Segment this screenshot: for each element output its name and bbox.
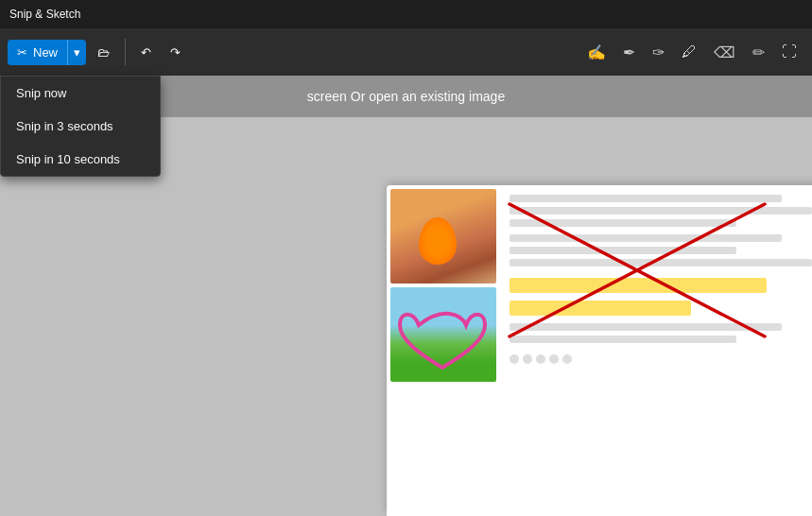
preview-thumbnails <box>387 185 500 516</box>
redo-icon: ↷ <box>170 45 181 60</box>
content-line-1 <box>510 195 782 202</box>
content-line-7 <box>510 323 782 331</box>
snip-now-item[interactable]: Snip now <box>1 77 160 110</box>
chevron-down-icon: ▾ <box>74 45 80 60</box>
undo-icon: ↶ <box>141 45 151 60</box>
content-line-3 <box>510 219 736 227</box>
crop-button[interactable]: ⛶ <box>774 38 804 66</box>
content-line-2 <box>510 207 812 215</box>
undo-button[interactable]: ↶ <box>133 40 159 65</box>
thumbnail-balloon <box>390 189 496 284</box>
redo-button[interactable]: ↷ <box>163 40 188 65</box>
preview-area <box>387 185 812 516</box>
eraser-icon: ⌫ <box>714 43 735 61</box>
toolbar-right: ✍ ✒ ✑ 🖊 ⌫ ✏ ⛶ <box>579 38 804 67</box>
highlighter-button[interactable]: 🖊 <box>674 38 704 66</box>
eraser-button[interactable]: ⌫ <box>706 38 743 67</box>
highlight-1 <box>510 278 767 293</box>
new-dropdown-button[interactable]: ▾ <box>67 40 86 65</box>
snip-3-seconds-item[interactable]: Snip in 3 seconds <box>1 110 160 143</box>
highlighter-icon: 🖊 <box>682 43 697 60</box>
pencil-button[interactable]: ✏ <box>745 38 772 67</box>
calligraphy-button[interactable]: ✑ <box>645 38 672 67</box>
ballpoint-button[interactable]: ✒ <box>615 38 643 67</box>
dot-5 <box>562 354 572 364</box>
heart-drawing <box>390 287 496 382</box>
toolbar: ✂ New ▾ Snip now Snip in 3 seconds Snip … <box>0 28 812 76</box>
dots-row <box>510 354 812 364</box>
title-bar: Snip & Sketch <box>0 0 812 28</box>
crop-icon: ⛶ <box>782 43 797 60</box>
dot-4 <box>549 354 559 364</box>
scissors-icon: ✂ <box>17 45 27 60</box>
open-button[interactable]: 🗁 <box>90 40 117 65</box>
new-button-label: New <box>33 45 58 60</box>
content-line-4 <box>510 234 782 242</box>
dot-2 <box>523 354 532 364</box>
dot-1 <box>510 354 519 364</box>
new-button[interactable]: ✂ New <box>8 40 67 65</box>
touch-write-icon: ✍ <box>587 43 606 61</box>
content-line-6 <box>510 259 812 267</box>
app-title: Snip & Sketch <box>9 8 80 21</box>
pencil-icon: ✏ <box>752 43 765 61</box>
content-line-5 <box>510 247 736 254</box>
highlight-2 <box>510 301 691 316</box>
thumbnail-forest <box>390 287 496 382</box>
dot-3 <box>536 354 545 364</box>
preview-content-lines <box>500 185 812 516</box>
ballpoint-icon: ✒ <box>623 43 635 61</box>
touch-write-button[interactable]: ✍ <box>579 38 613 67</box>
new-dropdown-menu: Snip now Snip in 3 seconds Snip in 10 se… <box>0 76 161 177</box>
snip-10-seconds-item[interactable]: Snip in 10 seconds <box>1 143 160 176</box>
content-line-8 <box>510 335 736 343</box>
calligraphy-icon: ✑ <box>652 43 665 61</box>
new-button-group: ✂ New ▾ <box>8 40 86 65</box>
toolbar-separator-1 <box>125 39 126 65</box>
hint-text: screen Or open an existing image <box>307 89 505 104</box>
folder-icon: 🗁 <box>97 45 110 60</box>
